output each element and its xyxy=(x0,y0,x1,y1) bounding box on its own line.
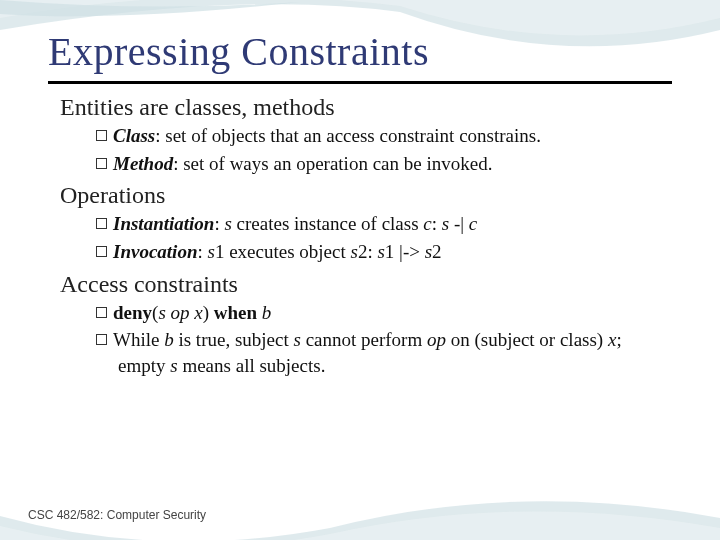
bullet-item: While b is true, subject s cannot perfor… xyxy=(96,327,662,378)
bullet-text: : set of objects that an access constrai… xyxy=(155,125,541,146)
square-bullet-icon xyxy=(96,307,107,318)
bullet-item: deny(s op x) when b xyxy=(96,300,662,326)
square-bullet-icon xyxy=(96,130,107,141)
section-1: Operations Instantiation: s creates inst… xyxy=(48,182,672,264)
bullet-block: Class: set of objects that an access con… xyxy=(96,123,662,176)
bullet-item: Invocation: s1 executes object s2: s1 |-… xyxy=(96,239,662,265)
section-2: Access constraints deny(s op x) when b W… xyxy=(48,271,672,379)
bullet-text: : set of ways an operation can be invoke… xyxy=(173,153,492,174)
bullet-block: deny(s op x) when b While b is true, sub… xyxy=(96,300,662,379)
square-bullet-icon xyxy=(96,334,107,345)
bullet-block: Instantiation: s creates instance of cla… xyxy=(96,211,662,264)
section-0: Entities are classes, methods Class: set… xyxy=(48,94,672,176)
section-heading: Entities are classes, methods xyxy=(60,94,672,121)
slide-footer: CSC 482/582: Computer Security xyxy=(28,508,206,522)
bullet-term: Method xyxy=(113,153,173,174)
bullet-term: Class xyxy=(113,125,155,146)
slide-content: Expressing Constraints Entities are clas… xyxy=(0,0,720,378)
square-bullet-icon xyxy=(96,246,107,257)
section-heading: Operations xyxy=(60,182,672,209)
bullet-text: : s creates instance of class c: s -| c xyxy=(214,213,477,234)
bullet-item: Instantiation: s creates instance of cla… xyxy=(96,211,662,237)
bullet-term: Invocation xyxy=(113,241,197,262)
bullet-text: deny(s op x) when b xyxy=(113,302,271,323)
section-heading: Access constraints xyxy=(60,271,672,298)
square-bullet-icon xyxy=(96,218,107,229)
square-bullet-icon xyxy=(96,158,107,169)
bullet-text: While b is true, subject s cannot perfor… xyxy=(113,329,622,376)
title-underline xyxy=(48,81,672,84)
bullet-term: Instantiation xyxy=(113,213,214,234)
slide-title: Expressing Constraints xyxy=(48,28,672,81)
bullet-item: Method: set of ways an operation can be … xyxy=(96,151,662,177)
bullet-text: : s1 executes object s2: s1 |-> s2 xyxy=(197,241,441,262)
bullet-item: Class: set of objects that an access con… xyxy=(96,123,662,149)
